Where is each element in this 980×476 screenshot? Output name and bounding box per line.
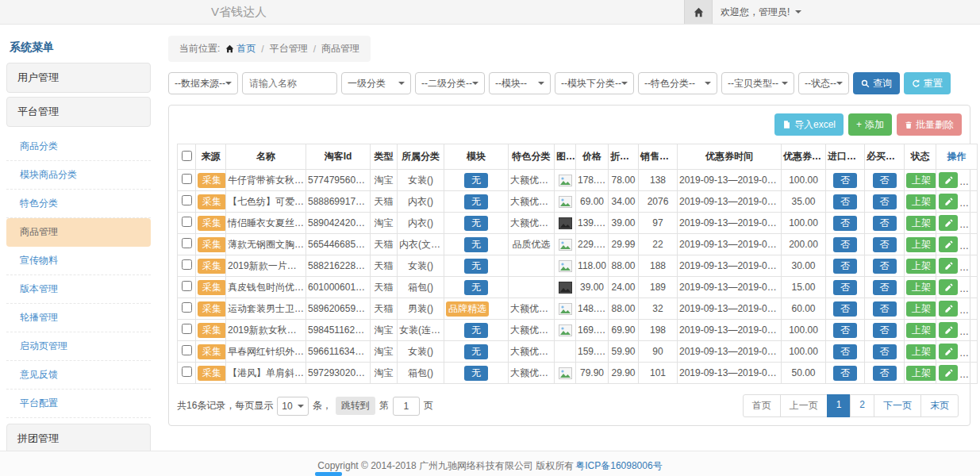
row-checkbox[interactable] [182,259,192,270]
must-buy-badge[interactable]: 否 [873,259,897,274]
status-badge[interactable]: 上架 [906,301,936,317]
status-badge[interactable]: 上架 [906,280,936,295]
pager-last[interactable]: 末页 [920,394,959,417]
cell-source: 采集 [196,277,226,298]
row-checkbox[interactable] [182,345,192,355]
sidebar-subitem-platform-config[interactable]: 平台配置 [6,390,151,418]
product-image-icon [559,367,572,379]
breadcrumb-home-link[interactable]: 首页 [225,42,256,56]
scrollbar-thumb[interactable] [315,472,342,476]
page-size-select[interactable]: 10 [277,397,308,416]
import-choice-badge[interactable]: 否 [833,194,857,209]
edit-button[interactable] [939,279,958,295]
reset-button[interactable]: 重置 [904,72,951,94]
pager-first[interactable]: 首页 [743,394,781,417]
sidebar-subitem-feedback[interactable]: 意见反馈 [6,361,151,390]
import-choice-badge[interactable]: 否 [833,366,857,381]
edit-button[interactable] [939,258,958,274]
import-choice-badge[interactable]: 否 [833,237,857,252]
edit-button[interactable] [939,172,958,188]
edit-button[interactable] [939,194,958,209]
select-all-checkbox[interactable] [182,151,192,161]
status-badge[interactable]: 上架 [906,194,936,209]
status-badge[interactable]: 上架 [906,259,936,274]
status-badge[interactable]: 上架 [906,344,936,359]
filter-select-status[interactable]: --状态-- [798,72,849,94]
filter-select-module-subcategory[interactable]: --模块下分类-- [555,72,634,94]
icp-link[interactable]: 粤ICP备16098006号 [575,459,662,473]
add-button[interactable]: + 添加 [848,113,892,136]
filter-select-item-type[interactable]: --宝贝类型-- [721,72,794,94]
import-choice-badge[interactable]: 否 [833,216,857,231]
page-number-input[interactable] [393,397,420,416]
filter-select-module[interactable]: --模块-- [489,72,551,94]
import-choice-badge[interactable]: 否 [833,301,857,317]
sidebar-subitem-promo-materials[interactable]: 宣传物料 [6,247,151,275]
must-buy-badge[interactable]: 否 [873,216,897,231]
home-button[interactable] [684,0,713,24]
row-checkbox[interactable] [182,195,192,205]
jump-button[interactable]: 跳转到 [336,397,375,415]
search-name-input[interactable] [242,72,337,94]
must-buy-badge[interactable]: 否 [873,173,897,188]
sidebar-item-users[interactable]: 用户管理 [6,63,151,93]
import-choice-badge[interactable]: 否 [833,280,857,295]
must-buy-badge[interactable]: 否 [873,194,897,209]
sidebar-subitem-splash-page-management[interactable]: 启动页管理 [6,332,151,361]
batch-delete-button[interactable]: 批量删除 [897,113,962,136]
import-choice-badge[interactable]: 否 [833,173,857,188]
must-buy-badge[interactable]: 否 [873,323,897,338]
edit-button[interactable] [939,322,958,338]
cell-icon [555,320,576,341]
search-button[interactable]: 查询 [853,72,900,94]
status-badge[interactable]: 上架 [906,366,936,381]
status-badge[interactable]: 上架 [906,323,936,338]
filter-select-data-source[interactable]: --数据来源-- [168,72,238,94]
must-buy-badge[interactable]: 否 [873,237,897,252]
row-checkbox[interactable] [182,367,192,377]
filter-select-level1-category[interactable]: 一级分类 [341,72,411,94]
row-checkbox[interactable] [182,238,192,248]
must-buy-badge[interactable]: 否 [873,344,897,359]
col-must-buy: 必买清单 [865,144,905,170]
sidebar-subitem-featured-categories[interactable]: 特色分类 [6,190,151,218]
edit-button[interactable] [939,301,958,317]
sidebar-subitem-product-categories[interactable]: 商品分类 [6,132,151,161]
col-coupon-time: 优惠券时间 [678,144,782,170]
row-checkbox[interactable] [182,302,192,313]
row-checkbox[interactable] [182,324,192,334]
import-excel-button[interactable]: 导入excel [774,113,844,136]
must-buy-badge[interactable]: 否 [873,280,897,295]
pager-page-1[interactable]: 1 [827,394,851,417]
status-badge[interactable]: 上架 [906,173,936,188]
must-buy-badge[interactable]: 否 [873,366,897,381]
pager-page-2[interactable]: 2 [850,394,874,417]
cell-import-choice: 否 [826,255,865,277]
edit-button[interactable] [939,365,958,381]
sidebar-subitem-product-management[interactable]: 商品管理 [6,218,151,247]
filter-select-featured-category[interactable]: --特色分类-- [638,72,717,94]
pager-prev[interactable]: 上一页 [780,394,828,417]
sidebar-subitem-module-product-categories[interactable]: 模块商品分类 [6,161,151,190]
cell-taoke-id: 596611634525 [306,341,371,363]
cell-category: 女装(连衣裙) [398,320,444,341]
import-choice-badge[interactable]: 否 [833,259,857,274]
status-badge[interactable]: 上架 [906,216,936,231]
filter-select-level2-category[interactable]: --二级分类-- [415,72,485,94]
pager-next[interactable]: 下一页 [874,394,921,417]
row-checkbox[interactable] [182,281,192,291]
edit-button[interactable] [939,236,958,252]
edit-button[interactable] [939,344,958,359]
edit-button[interactable] [939,215,958,231]
sidebar-item-platform[interactable]: 平台管理 [6,97,151,127]
sidebar-item-group-buy[interactable]: 拼团管理 [6,424,151,451]
sidebar-subitem-version-management[interactable]: 版本管理 [6,275,151,304]
must-buy-badge[interactable]: 否 [873,301,897,317]
import-choice-badge[interactable]: 否 [833,323,857,338]
import-choice-badge[interactable]: 否 [833,344,857,359]
status-badge[interactable]: 上架 [906,237,936,252]
sidebar-subitem-carousel-management[interactable]: 轮播管理 [6,304,151,332]
row-checkbox[interactable] [182,174,192,184]
user-menu[interactable]: 欢迎您，管理员! [721,0,801,24]
row-checkbox[interactable] [182,217,192,227]
